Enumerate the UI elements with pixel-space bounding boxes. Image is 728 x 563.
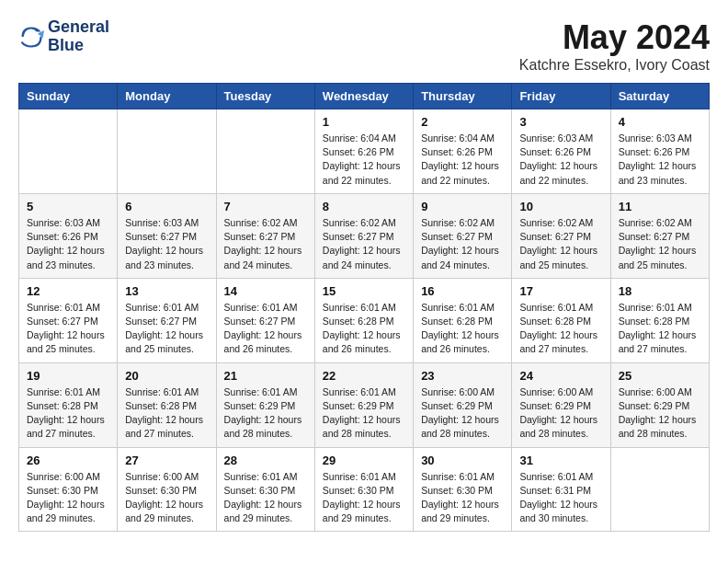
- day-number: 21: [224, 369, 307, 383]
- day-info: Sunrise: 6:02 AMSunset: 6:27 PMDaylight:…: [323, 216, 405, 272]
- day-number: 7: [224, 200, 307, 213]
- location: Katchre Essekro, Ivory Coast: [519, 57, 710, 74]
- day-number: 14: [224, 284, 307, 298]
- day-info: Sunrise: 6:02 AMSunset: 6:27 PMDaylight:…: [519, 216, 602, 272]
- table-row: 24Sunrise: 6:00 AMSunset: 6:29 PMDayligh…: [512, 362, 610, 447]
- day-info: Sunrise: 6:04 AMSunset: 6:26 PMDaylight:…: [323, 132, 405, 188]
- day-info: Sunrise: 6:00 AMSunset: 6:30 PMDaylight:…: [125, 470, 208, 526]
- table-row: [610, 447, 709, 532]
- table-row: 21Sunrise: 6:01 AMSunset: 6:29 PMDayligh…: [216, 362, 314, 447]
- day-info: Sunrise: 6:00 AMSunset: 6:29 PMDaylight:…: [519, 385, 602, 442]
- table-row: 23Sunrise: 6:00 AMSunset: 6:29 PMDayligh…: [414, 362, 512, 447]
- day-info: Sunrise: 6:01 AMSunset: 6:28 PMDaylight:…: [125, 385, 208, 442]
- day-number: 30: [421, 454, 504, 467]
- day-info: Sunrise: 6:03 AMSunset: 6:26 PMDaylight:…: [27, 216, 109, 272]
- table-row: 10Sunrise: 6:02 AMSunset: 6:27 PMDayligh…: [512, 193, 610, 278]
- day-info: Sunrise: 6:00 AMSunset: 6:30 PMDaylight:…: [27, 470, 109, 526]
- table-row: 26Sunrise: 6:00 AMSunset: 6:30 PMDayligh…: [19, 447, 118, 532]
- day-number: 13: [125, 284, 208, 298]
- table-row: 29Sunrise: 6:01 AMSunset: 6:30 PMDayligh…: [314, 447, 413, 532]
- day-info: Sunrise: 6:01 AMSunset: 6:30 PMDaylight:…: [421, 470, 504, 526]
- day-number: 12: [27, 284, 109, 298]
- table-row: [19, 109, 118, 194]
- table-row: 6Sunrise: 6:03 AMSunset: 6:27 PMDaylight…: [118, 193, 216, 278]
- day-number: 3: [519, 115, 602, 129]
- calendar-week-5: 26Sunrise: 6:00 AMSunset: 6:30 PMDayligh…: [19, 447, 710, 532]
- day-number: 20: [125, 369, 208, 383]
- day-info: Sunrise: 6:02 AMSunset: 6:27 PMDaylight:…: [421, 216, 504, 272]
- day-info: Sunrise: 6:01 AMSunset: 6:28 PMDaylight:…: [323, 301, 405, 357]
- day-number: 31: [519, 454, 602, 467]
- day-info: Sunrise: 6:00 AMSunset: 6:29 PMDaylight:…: [619, 385, 701, 442]
- calendar-week-1: 1Sunrise: 6:04 AMSunset: 6:26 PMDaylight…: [19, 109, 710, 194]
- day-number: 6: [125, 200, 208, 213]
- table-row: 9Sunrise: 6:02 AMSunset: 6:27 PMDaylight…: [414, 193, 512, 278]
- table-row: 1Sunrise: 6:04 AMSunset: 6:26 PMDaylight…: [314, 109, 413, 194]
- logo-icon: [18, 24, 44, 50]
- day-info: Sunrise: 6:01 AMSunset: 6:28 PMDaylight:…: [619, 301, 701, 357]
- day-number: 27: [125, 454, 208, 467]
- table-row: 20Sunrise: 6:01 AMSunset: 6:28 PMDayligh…: [118, 362, 216, 447]
- day-number: 19: [27, 369, 109, 383]
- table-row: 8Sunrise: 6:02 AMSunset: 6:27 PMDaylight…: [314, 193, 413, 278]
- day-number: 17: [519, 284, 602, 298]
- day-number: 8: [323, 200, 405, 213]
- header-thursday: Thursday: [414, 84, 512, 109]
- header-saturday: Saturday: [610, 84, 709, 109]
- table-row: 3Sunrise: 6:03 AMSunset: 6:26 PMDaylight…: [512, 109, 610, 194]
- table-row: 2Sunrise: 6:04 AMSunset: 6:26 PMDaylight…: [414, 109, 512, 194]
- day-info: Sunrise: 6:01 AMSunset: 6:27 PMDaylight:…: [27, 301, 109, 357]
- day-info: Sunrise: 6:02 AMSunset: 6:27 PMDaylight:…: [224, 216, 307, 272]
- day-info: Sunrise: 6:00 AMSunset: 6:29 PMDaylight:…: [421, 385, 504, 442]
- day-number: 16: [421, 284, 504, 298]
- day-info: Sunrise: 6:01 AMSunset: 6:27 PMDaylight:…: [125, 301, 208, 357]
- table-row: 28Sunrise: 6:01 AMSunset: 6:30 PMDayligh…: [216, 447, 314, 532]
- day-info: Sunrise: 6:01 AMSunset: 6:29 PMDaylight:…: [224, 385, 307, 442]
- day-number: 22: [323, 369, 405, 383]
- table-row: 18Sunrise: 6:01 AMSunset: 6:28 PMDayligh…: [610, 278, 709, 362]
- day-info: Sunrise: 6:01 AMSunset: 6:28 PMDaylight:…: [27, 385, 109, 442]
- day-number: 1: [323, 115, 405, 129]
- page-header: General Blue May 2024 Katchre Essekro, I…: [18, 18, 710, 74]
- table-row: [216, 109, 314, 194]
- day-number: 10: [519, 200, 602, 213]
- title-block: May 2024 Katchre Essekro, Ivory Coast: [519, 18, 710, 74]
- table-row: 12Sunrise: 6:01 AMSunset: 6:27 PMDayligh…: [19, 278, 118, 362]
- table-row: 19Sunrise: 6:01 AMSunset: 6:28 PMDayligh…: [19, 362, 118, 447]
- month-year: May 2024: [519, 18, 710, 57]
- calendar-body: 1Sunrise: 6:04 AMSunset: 6:26 PMDaylight…: [19, 109, 710, 532]
- day-number: 26: [27, 454, 109, 467]
- day-info: Sunrise: 6:03 AMSunset: 6:26 PMDaylight:…: [519, 132, 602, 188]
- table-row: 25Sunrise: 6:00 AMSunset: 6:29 PMDayligh…: [610, 362, 709, 447]
- day-info: Sunrise: 6:01 AMSunset: 6:29 PMDaylight:…: [323, 385, 405, 442]
- table-row: 5Sunrise: 6:03 AMSunset: 6:26 PMDaylight…: [19, 193, 118, 278]
- header-friday: Friday: [512, 84, 610, 109]
- day-info: Sunrise: 6:01 AMSunset: 6:31 PMDaylight:…: [519, 470, 602, 526]
- table-row: 16Sunrise: 6:01 AMSunset: 6:28 PMDayligh…: [414, 278, 512, 362]
- header-tuesday: Tuesday: [216, 84, 314, 109]
- calendar-table: Sunday Monday Tuesday Wednesday Thursday…: [18, 83, 710, 532]
- day-info: Sunrise: 6:03 AMSunset: 6:26 PMDaylight:…: [619, 132, 701, 188]
- day-number: 29: [323, 454, 405, 467]
- day-info: Sunrise: 6:01 AMSunset: 6:27 PMDaylight:…: [224, 301, 307, 357]
- day-info: Sunrise: 6:01 AMSunset: 6:28 PMDaylight:…: [519, 301, 602, 357]
- logo: General Blue: [18, 18, 109, 55]
- table-row: 14Sunrise: 6:01 AMSunset: 6:27 PMDayligh…: [216, 278, 314, 362]
- logo-text: General Blue: [48, 18, 109, 55]
- table-row: 11Sunrise: 6:02 AMSunset: 6:27 PMDayligh…: [610, 193, 709, 278]
- table-row: [118, 109, 216, 194]
- table-row: 30Sunrise: 6:01 AMSunset: 6:30 PMDayligh…: [414, 447, 512, 532]
- day-number: 28: [224, 454, 307, 467]
- day-number: 2: [421, 115, 504, 129]
- day-number: 9: [421, 200, 504, 213]
- table-row: 13Sunrise: 6:01 AMSunset: 6:27 PMDayligh…: [118, 278, 216, 362]
- table-row: 17Sunrise: 6:01 AMSunset: 6:28 PMDayligh…: [512, 278, 610, 362]
- calendar-week-3: 12Sunrise: 6:01 AMSunset: 6:27 PMDayligh…: [19, 278, 710, 362]
- day-number: 4: [619, 115, 701, 129]
- table-row: 31Sunrise: 6:01 AMSunset: 6:31 PMDayligh…: [512, 447, 610, 532]
- day-info: Sunrise: 6:04 AMSunset: 6:26 PMDaylight:…: [421, 132, 504, 188]
- header-wednesday: Wednesday: [314, 84, 413, 109]
- table-row: 4Sunrise: 6:03 AMSunset: 6:26 PMDaylight…: [610, 109, 709, 194]
- table-row: 7Sunrise: 6:02 AMSunset: 6:27 PMDaylight…: [216, 193, 314, 278]
- calendar-week-2: 5Sunrise: 6:03 AMSunset: 6:26 PMDaylight…: [19, 193, 710, 278]
